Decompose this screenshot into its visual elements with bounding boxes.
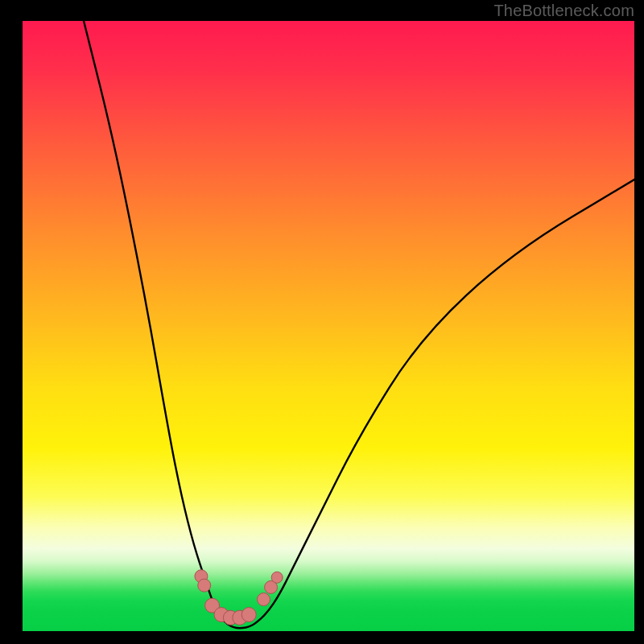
marker-group (195, 570, 283, 625)
curve-overlay (23, 21, 634, 631)
watermark-text: TheBottleneck.com (493, 2, 634, 20)
curve-marker (271, 572, 283, 583)
plot-area (23, 21, 634, 631)
chart-frame: TheBottleneck.com (0, 0, 644, 644)
curve-marker (257, 593, 270, 606)
curve-marker (198, 579, 211, 592)
curve-marker (242, 608, 256, 622)
bottleneck-curve (84, 21, 634, 628)
